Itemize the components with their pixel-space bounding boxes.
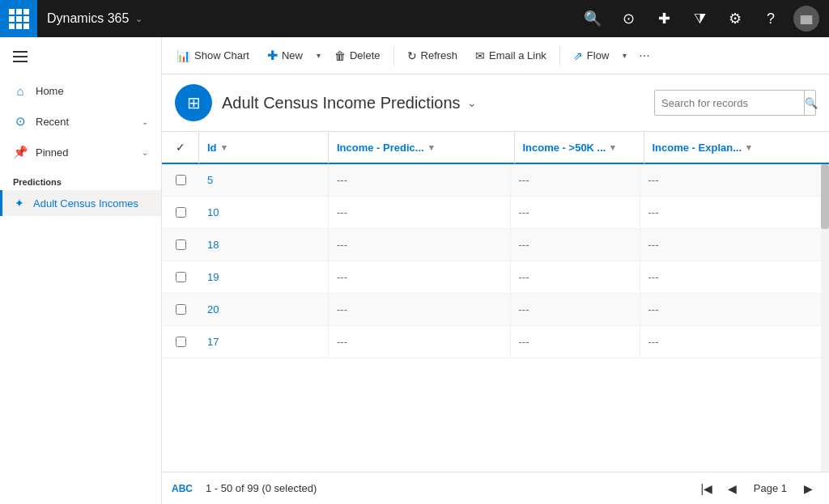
cell-id-3[interactable]: 19 [199,261,329,294]
sidebar-item-adult-census[interactable]: ✦ Adult Census Incomes [0,190,161,216]
content-area: 📊 Show Chart ✚ New ▾ 🗑 Delete ↻ Refresh … [162,37,829,504]
col-income-50k-filter-icon[interactable]: ▾ [610,142,615,153]
recent-icon: ⊙ [13,114,28,129]
cell-pred-1: --- [329,197,511,229]
col-income-expl-filter-icon[interactable]: ▾ [746,142,751,153]
topbar: Dynamics 365 ⌄ 🔍 ⊙ ✚ ⧩ ⚙ ? ▓▓ [0,0,829,37]
refresh-button[interactable]: ↻ Refresh [399,44,466,67]
cell-id-4[interactable]: 20 [199,294,329,326]
grid-scrollbar[interactable] [821,164,829,472]
brand-title[interactable]: Dynamics 365 ⌄ [37,11,191,26]
delete-label: Delete [350,49,380,61]
page-content: ⊞ Adult Census Income Predictions ⌄ 🔍 ✓ [162,74,829,504]
grid-header: ✓ Id ▾ Income - Predic... ▾ Income - >50… [162,132,829,164]
add-icon-btn[interactable]: ✚ [648,2,680,35]
row-checkbox-0[interactable] [176,175,186,185]
delete-button[interactable]: 🗑 Delete [326,44,389,67]
show-chart-button[interactable]: 📊 Show Chart [168,44,257,67]
sidebar-item-home[interactable]: ⌂ Home [0,76,161,106]
cmd-separator-2 [559,46,560,66]
next-page-button[interactable]: ▶ [797,477,819,500]
row-checkbox-3[interactable] [176,272,186,282]
cell-50k-0: --- [511,164,640,197]
grid-col-income-50k[interactable]: Income - >50K ... ▾ [515,132,644,163]
col-income-pred-label: Income - Predic... [337,142,424,154]
row-check-3[interactable] [162,272,199,282]
grid-col-income-expl[interactable]: Income - Explan... ▾ [644,132,830,163]
row-check-4[interactable] [162,304,199,315]
cell-id-0[interactable]: 5 [199,164,329,197]
col-id-filter-icon[interactable]: ▾ [222,142,227,153]
row-check-0[interactable] [162,175,199,185]
flow-chevron[interactable]: ▾ [619,46,631,65]
new-chevron[interactable]: ▾ [312,46,325,65]
page-icon: ⊞ [175,84,212,121]
settings-icon-btn[interactable]: ⚙ [719,2,751,35]
email-link-button[interactable]: ✉ Email a Link [467,44,555,67]
cell-50k-3: --- [511,261,640,294]
sidebar: ⌂ Home ⊙ Recent ⌄ 📌 Pinned ⌄ Predictions… [0,37,162,504]
avatar-image: ▓▓ [793,6,819,32]
grid-header-check[interactable]: ✓ [162,132,199,163]
cell-pred-4: --- [329,294,511,326]
show-chart-label: Show Chart [194,49,249,61]
follow-icon-btn[interactable]: ⊙ [612,2,644,35]
apps-button[interactable] [0,0,37,37]
home-icon: ⌂ [13,84,28,98]
search-box[interactable]: 🔍 [654,90,816,116]
page-title: Adult Census Income Predictions [222,94,461,112]
grid-col-income-pred[interactable]: Income - Predic... ▾ [329,132,515,163]
cell-id-1[interactable]: 10 [199,197,329,229]
prev-page-button[interactable]: ◀ [721,477,744,500]
cell-50k-5: --- [511,326,640,358]
email-link-label: Email a Link [489,49,546,61]
sidebar-item-pinned[interactable]: 📌 Pinned ⌄ [0,137,161,167]
grid-col-id[interactable]: Id ▾ [199,132,329,163]
more-button[interactable]: ··· [632,44,656,68]
sidebar-section-header: Predictions [0,167,161,190]
census-icon: ✦ [12,197,27,210]
cell-50k-1: --- [511,197,640,229]
cell-expl-4: --- [640,294,822,326]
filter-icon-btn[interactable]: ⧩ [683,2,716,35]
cell-pred-3: --- [329,261,511,294]
abc-button[interactable]: ABC [172,483,193,494]
row-checkbox-4[interactable] [176,304,186,315]
search-icon-btn[interactable]: 🔍 [576,2,609,35]
brand-chevron[interactable]: ⌄ [135,14,142,24]
grid-scroll-thumb[interactable] [821,164,829,229]
row-checkbox-1[interactable] [176,207,186,218]
cell-50k-2: --- [511,229,640,261]
main-layout: ⌂ Home ⊙ Recent ⌄ 📌 Pinned ⌄ Predictions… [0,37,829,504]
cell-id-5[interactable]: 17 [199,326,329,358]
table-row: 20 --- --- --- [162,294,821,326]
first-page-button[interactable]: |◀ [695,477,718,500]
hamburger-button[interactable] [0,37,161,76]
apps-grid-icon [9,9,29,29]
user-avatar[interactable]: ▓▓ [790,2,823,35]
page-icon-glyph: ⊞ [187,93,201,112]
sidebar-pinned-label: Pinned [36,146,134,159]
row-check-2[interactable] [162,239,199,250]
footer-record-count: 1 - 50 of 99 (0 selected) [206,482,695,494]
command-bar: 📊 Show Chart ✚ New ▾ 🗑 Delete ↻ Refresh … [162,37,829,74]
cell-id-2[interactable]: 18 [199,229,329,261]
cell-50k-4: --- [511,294,640,326]
new-button[interactable]: ✚ New [259,43,311,68]
row-checkbox-2[interactable] [176,239,186,250]
new-icon: ✚ [267,48,278,63]
sidebar-item-recent[interactable]: ⊙ Recent ⌄ [0,106,161,137]
flow-button[interactable]: ⇗ Flow [565,44,617,67]
row-checkbox-5[interactable] [176,337,186,347]
search-button[interactable]: 🔍 [804,90,818,116]
cell-expl-1: --- [640,197,822,229]
row-check-1[interactable] [162,207,199,218]
col-income-pred-filter-icon[interactable]: ▾ [429,142,434,153]
page-title-chevron-icon[interactable]: ⌄ [467,96,477,109]
search-input[interactable] [655,97,804,109]
page-title-wrap: Adult Census Income Predictions ⌄ [222,94,644,112]
table-row: 17 --- --- --- [162,326,821,358]
help-icon-btn[interactable]: ? [755,2,787,35]
row-check-5[interactable] [162,337,199,347]
sidebar-home-label: Home [36,85,148,97]
